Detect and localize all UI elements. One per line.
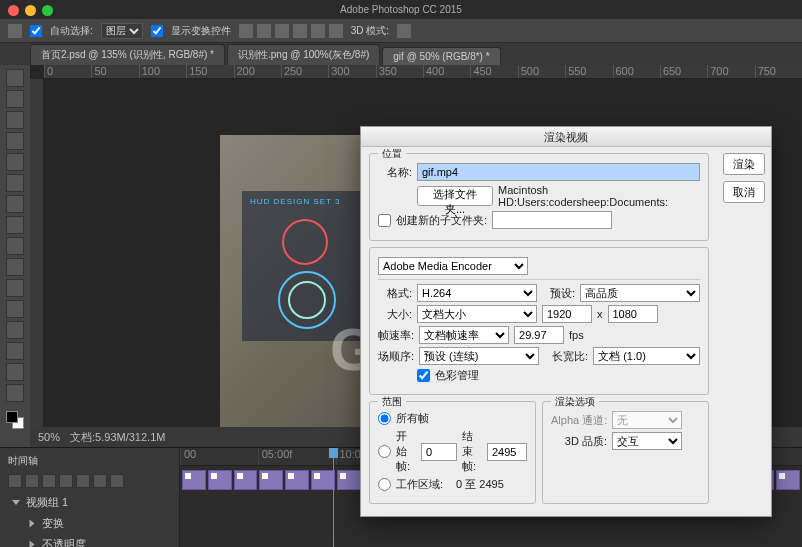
tick: 00 [180,448,258,465]
play-icon[interactable] [42,474,56,488]
disclosure-icon[interactable] [30,541,35,548]
playback-controls [4,470,175,492]
clip[interactable] [182,470,206,490]
name-label: 名称: [378,165,412,180]
audio-icon[interactable] [76,474,90,488]
subfolder-input[interactable] [492,211,612,229]
auto-select-mode[interactable]: 图层 [101,23,143,39]
auto-select-checkbox[interactable] [30,25,42,37]
window-controls[interactable] [8,5,53,16]
lasso-tool[interactable] [6,111,24,129]
fps-input[interactable] [514,326,564,344]
clip[interactable] [234,470,258,490]
path-tool[interactable] [6,342,24,360]
clip[interactable] [337,470,361,490]
auto-select-label: 自动选择: [50,24,93,38]
zoom-tool[interactable] [6,384,24,402]
split-icon[interactable] [93,474,107,488]
width-input[interactable] [542,305,592,323]
field-label: 场顺序: [378,349,414,364]
color-mgmt-label: 色彩管理 [435,368,479,383]
transition-icon[interactable] [110,474,124,488]
document-tabs: 首页2.psd @ 135% (识别性, RGB/8#) * 识别性.png @… [0,43,802,65]
marquee-tool[interactable] [6,90,24,108]
app-titlebar: Adobe Photoshop CC 2015 [0,0,802,19]
track-prop-transform[interactable]: 变换 [4,513,175,534]
stamp-tool[interactable] [6,237,24,255]
subfolder-checkbox[interactable] [378,214,391,227]
end-frame-label: 结束帧: [462,429,482,474]
engine-select[interactable]: Adobe Media Encoder [378,257,528,275]
format-select[interactable]: H.264 [417,284,537,302]
wand-tool[interactable] [6,132,24,150]
start-frame-input[interactable] [421,443,457,461]
maximize-icon[interactable] [42,5,53,16]
tab-doc-2[interactable]: gif @ 50% (RGB/8*) * [382,47,500,65]
align-icon[interactable] [275,24,289,38]
subfolder-label: 创建新的子文件夹: [396,213,487,228]
align-icons [239,24,343,38]
render-video-dialog: 渲染视频 位置 名称: 选择文件夹... Macintosh HD:Users:… [360,126,772,517]
pen-tool[interactable] [6,300,24,318]
brush-tool[interactable] [6,216,24,234]
align-icon[interactable] [329,24,343,38]
track-video-group[interactable]: 视频组 1 [4,492,175,513]
clip[interactable] [259,470,283,490]
next-frame-icon[interactable] [59,474,73,488]
end-frame-input[interactable] [487,443,527,461]
align-icon[interactable] [311,24,325,38]
align-icon[interactable] [293,24,307,38]
location-group: 位置 名称: 选择文件夹... Macintosh HD:Users:coder… [369,153,709,241]
tab-doc-0[interactable]: 首页2.psd @ 135% (识别性, RGB/8#) * [30,44,225,65]
q3d-select[interactable]: 交互 [612,432,682,450]
disclosure-icon[interactable] [30,520,35,528]
clip[interactable] [776,470,800,490]
clip[interactable] [311,470,335,490]
type-tool[interactable] [6,321,24,339]
align-icon[interactable] [257,24,271,38]
clip[interactable] [208,470,232,490]
path-text: Macintosh HD:Users:codersheep:Documents: [498,184,700,208]
choose-folder-button[interactable]: 选择文件夹... [417,186,493,206]
gradient-tool[interactable] [6,279,24,297]
close-icon[interactable] [8,5,19,16]
color-swatch[interactable] [6,411,24,429]
range-legend: 范围 [378,395,406,409]
playhead[interactable] [333,448,334,547]
options-bar: 自动选择: 图层 显示变换控件 3D 模式: [0,19,802,43]
eyedropper-tool[interactable] [6,174,24,192]
hand-tool[interactable] [6,363,24,381]
render-options-group: 渲染选项 Alpha 通道:无 3D 品质:交互 [542,401,709,504]
start-frame-radio[interactable] [378,445,391,458]
crop-tool[interactable] [6,153,24,171]
preset-select[interactable]: 高品质 [580,284,700,302]
minimize-icon[interactable] [25,5,36,16]
mode3d-icon[interactable] [397,24,411,38]
field-select[interactable]: 预设 (连续) [419,347,539,365]
move-tool-icon [8,24,22,38]
align-icon[interactable] [239,24,253,38]
height-input[interactable] [608,305,658,323]
clip[interactable] [285,470,309,490]
zoom-level[interactable]: 50% [38,431,60,443]
show-transform-checkbox[interactable] [151,25,163,37]
size-mode-select[interactable]: 文档大小 [417,305,537,323]
heal-tool[interactable] [6,195,24,213]
move-tool[interactable] [6,69,24,87]
fps-mode-select[interactable]: 文档帧速率 [419,326,509,344]
cancel-button[interactable]: 取消 [723,181,765,203]
tab-doc-1[interactable]: 识别性.png @ 100%(灰色/8#) [227,44,380,65]
track-prop-opacity[interactable]: 不透明度 [4,534,175,547]
prev-frame-icon[interactable] [25,474,39,488]
work-area-radio[interactable] [378,478,391,491]
goto-start-icon[interactable] [8,474,22,488]
filename-input[interactable] [417,163,700,181]
color-mgmt-checkbox[interactable] [417,369,430,382]
render-button[interactable]: 渲染 [723,153,765,175]
eraser-tool[interactable] [6,258,24,276]
doc-size: 文档:5.93M/312.1M [70,430,165,445]
all-frames-radio[interactable] [378,412,391,425]
size-label: 大小: [378,307,412,322]
aspect-select[interactable]: 文档 (1.0) [593,347,700,365]
disclosure-icon[interactable] [12,500,20,505]
